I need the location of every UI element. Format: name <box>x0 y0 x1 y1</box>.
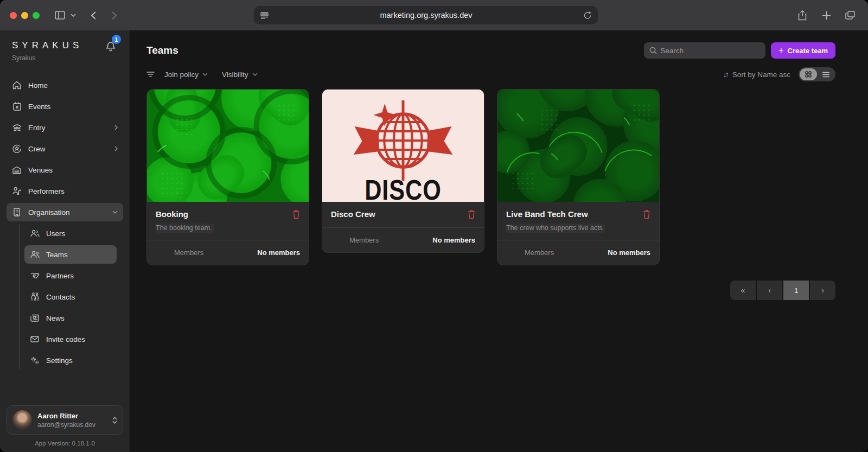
pagination-prev-button[interactable]: ‹ <box>757 281 782 300</box>
avatar <box>12 410 32 430</box>
org-name: Syrakus <box>12 54 121 62</box>
search-box[interactable] <box>644 42 765 59</box>
user-menu-chevrons-icon <box>112 417 117 424</box>
grid-view-button[interactable] <box>800 68 817 80</box>
sidebar-item-home[interactable]: Home <box>7 76 123 94</box>
minimize-window-button[interactable] <box>21 12 28 19</box>
sidebar-menu-chevron-icon[interactable] <box>68 7 79 23</box>
sidebar-toggle-icon[interactable] <box>52 7 68 23</box>
team-cover-image: DISCO <box>322 90 484 202</box>
sidebar-item-label: Teams <box>46 251 68 259</box>
sidebar-item-entry[interactable]: Entry <box>7 118 123 137</box>
user-name: Aaron Ritter <box>37 412 107 420</box>
sidebar-item-label: Home <box>28 81 48 90</box>
green-blobs-art <box>147 90 309 202</box>
sidebar-nav: Home Events Entry Crew <box>0 76 130 405</box>
delete-team-icon[interactable] <box>643 210 650 219</box>
page-title: Teams <box>146 44 178 56</box>
app-logo: SYRAKUS <box>12 40 121 51</box>
contacts-people-icon <box>30 292 40 301</box>
browser-toolbar: marketing.org.syrakus.dev <box>0 0 868 30</box>
sidebar-item-teams[interactable]: Teams <box>24 245 117 264</box>
team-description: The booking team. <box>156 224 214 233</box>
pagination-first-button[interactable]: « <box>730 281 756 300</box>
create-team-button[interactable]: + Create team <box>771 42 835 59</box>
newspaper-icon <box>30 314 40 322</box>
sidebar: SYRAKUS Syrakus 1 Home Events <box>0 30 130 452</box>
zoom-window-button[interactable] <box>33 12 40 19</box>
envelope-icon <box>30 336 40 342</box>
entry-crowd-icon <box>12 124 22 132</box>
sidebar-item-events[interactable]: Events <box>7 97 123 116</box>
pagination-page-1-button[interactable]: 1 <box>783 281 809 300</box>
sidebar-item-venues[interactable]: Venues <box>7 161 123 179</box>
app-version: App Version: 0.18.1-0 <box>7 440 123 447</box>
sidebar-item-contacts[interactable]: Contacts <box>24 288 117 306</box>
sidebar-item-invite-codes[interactable]: Invite codes <box>24 330 117 348</box>
address-bar[interactable]: marketing.org.syrakus.dev <box>254 6 598 24</box>
sidebar-item-label: Invite codes <box>46 335 85 343</box>
team-name: Disco Crew <box>331 209 375 219</box>
members-label: Members <box>174 249 203 257</box>
performer-music-icon <box>12 187 22 195</box>
url-text[interactable]: marketing.org.syrakus.dev <box>269 11 584 20</box>
sidebar-item-crew[interactable]: Crew <box>7 139 123 158</box>
traffic-lights <box>10 12 40 19</box>
browser-window: marketing.org.syrakus.dev SYRAKUS Syraku… <box>0 0 868 452</box>
tab-overview-icon[interactable] <box>842 7 858 23</box>
sort-label[interactable]: Sort by Name asc <box>732 71 790 79</box>
filter-icon[interactable] <box>146 71 155 78</box>
team-card-booking[interactable]: Booking The booking team. Members No mem… <box>146 89 309 265</box>
reload-icon[interactable] <box>584 11 591 20</box>
dark-green-blobs-art <box>497 90 659 202</box>
sort-direction-icon[interactable]: ↓↑ <box>723 70 727 79</box>
sidebar-item-performers[interactable]: Performers <box>7 182 123 200</box>
sidebar-item-settings[interactable]: Settings <box>24 351 117 370</box>
team-description: The crew who supports live acts <box>506 224 605 233</box>
team-card-live-band-tech-crew[interactable]: Live Band Tech Crew The crew who support… <box>497 89 660 265</box>
team-card-disco-crew[interactable]: DISCO Disco Crew Members No members <box>322 89 484 253</box>
sidebar-item-label: Crew <box>28 145 46 153</box>
calendar-icon <box>12 102 22 111</box>
visibility-filter[interactable]: Visibility <box>222 71 258 79</box>
new-tab-icon[interactable] <box>818 7 834 23</box>
sidebar-item-label: Settings <box>46 356 73 365</box>
sidebar-item-partners[interactable]: Partners <box>24 266 117 285</box>
members-value: No members <box>432 236 475 244</box>
sidebar-item-label: Venues <box>28 166 53 174</box>
sidebar-item-label: Users <box>46 230 65 238</box>
user-email: aaron@syrakus.dev <box>37 421 107 429</box>
search-icon <box>649 47 657 54</box>
users-icon <box>30 230 40 237</box>
main-content: Teams + Create team <box>130 30 868 452</box>
delete-team-icon[interactable] <box>292 210 300 219</box>
chevron-right-icon <box>114 146 118 151</box>
members-label: Members <box>525 249 554 257</box>
reader-view-icon[interactable] <box>260 12 269 19</box>
team-cover-image <box>497 90 659 202</box>
organisation-subnav: Users Teams Partners Contacts <box>20 224 117 370</box>
sidebar-item-news[interactable]: News <box>24 309 117 327</box>
delete-team-icon[interactable] <box>468 210 475 219</box>
chevron-down-icon <box>112 211 118 214</box>
sidebar-item-label: News <box>46 314 65 322</box>
list-view-button[interactable] <box>817 68 834 80</box>
search-input[interactable] <box>660 47 760 55</box>
venue-garage-icon <box>12 166 22 174</box>
join-policy-filter[interactable]: Join policy <box>164 71 208 79</box>
share-icon[interactable] <box>794 7 810 23</box>
pagination-next-button[interactable]: › <box>810 281 835 300</box>
notifications-bell-icon[interactable]: 1 <box>106 41 116 54</box>
sidebar-item-organisation[interactable]: Organisation <box>7 203 123 221</box>
close-window-button[interactable] <box>10 12 17 19</box>
members-value: No members <box>257 249 300 257</box>
chevron-down-icon <box>202 73 208 76</box>
back-button[interactable] <box>85 7 101 23</box>
user-menu[interactable]: Aaron Ritter aaron@syrakus.dev <box>7 405 123 435</box>
teams-icon <box>30 251 40 258</box>
sidebar-item-users[interactable]: Users <box>24 224 117 243</box>
team-name: Live Band Tech Crew <box>506 209 588 219</box>
forward-button[interactable] <box>106 7 122 23</box>
team-card-grid: Booking The booking team. Members No mem… <box>146 89 835 265</box>
sidebar-item-label: Organisation <box>28 208 70 217</box>
